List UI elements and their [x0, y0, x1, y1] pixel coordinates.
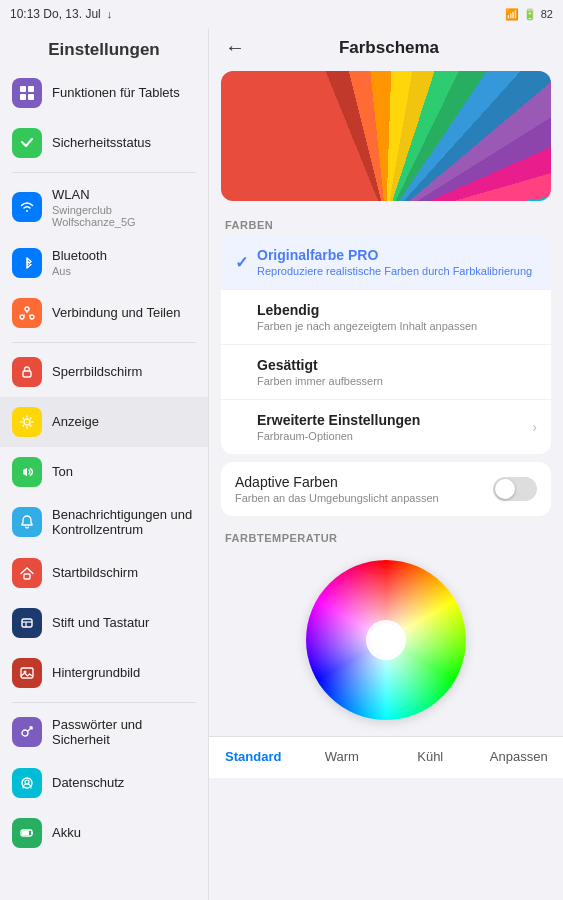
- right-panel-title: Farbschema: [255, 38, 523, 58]
- battery-icon: 🔋: [523, 8, 537, 21]
- funktionen-label: Funktionen für Tablets: [52, 85, 196, 101]
- verbindung-icon: [12, 298, 42, 328]
- tab-kuehl[interactable]: Kühl: [386, 745, 475, 768]
- adaptive-farben-row: Adaptive Farben Farben an das Umgebungsl…: [221, 462, 551, 516]
- akku-label: Akku: [52, 825, 196, 841]
- stift-icon: [12, 608, 42, 638]
- benachrichtigungen-icon: [12, 507, 42, 537]
- color-option-gesaettigt[interactable]: Gesättigt Farben immer aufbessern: [221, 345, 551, 400]
- sidebar-item-hintergrundbild[interactable]: Hintergrundbild: [0, 648, 208, 698]
- status-time: 10:13 Do, 13. Jul: [10, 7, 101, 21]
- startbildschirm-icon: [12, 558, 42, 588]
- sidebar-title: Einstellungen: [0, 28, 208, 68]
- sicherheitsstatus-icon: [12, 128, 42, 158]
- ton-icon: [12, 457, 42, 487]
- sicherheitsstatus-label: Sicherheitsstatus: [52, 135, 196, 151]
- right-panel: ← Farbschema FARBEN ✓ Originalfarbe PRO …: [209, 0, 563, 900]
- svg-point-5: [20, 315, 24, 319]
- sidebar-item-funktionen[interactable]: Funktionen für Tablets: [0, 68, 208, 118]
- bluetooth-sublabel: Aus: [52, 265, 196, 277]
- color-option-erweitert[interactable]: Erweiterte Einstellungen Farbraum-Option…: [221, 400, 551, 454]
- erweitert-label: Erweiterte Einstellungen: [257, 412, 532, 428]
- tab-standard[interactable]: Standard: [209, 745, 298, 768]
- color-option-originalfarbe[interactable]: ✓ Originalfarbe PRO Reproduziere realist…: [221, 235, 551, 290]
- color-wheel-center: [366, 620, 406, 660]
- svg-rect-1: [28, 86, 34, 92]
- ton-label: Ton: [52, 464, 196, 480]
- anzeige-icon: [12, 407, 42, 437]
- back-button[interactable]: ←: [225, 36, 245, 59]
- sidebar-item-sicherheitsstatus[interactable]: Sicherheitsstatus: [0, 118, 208, 168]
- hintergrundbild-label: Hintergrundbild: [52, 665, 196, 681]
- svg-rect-10: [24, 574, 30, 579]
- svg-rect-3: [28, 94, 34, 100]
- sidebar-item-anzeige[interactable]: Anzeige: [0, 397, 208, 447]
- wifi-icon: 📶: [505, 8, 519, 21]
- color-wheel[interactable]: [306, 560, 466, 720]
- status-bar: 10:13 Do, 13. Jul ↓ 📶 🔋 82: [0, 0, 563, 28]
- datenschutz-icon: [12, 768, 42, 798]
- sidebar-item-verbindung[interactable]: Verbindung und Teilen: [0, 288, 208, 338]
- svg-point-6: [30, 315, 34, 319]
- hero-image: [221, 71, 551, 201]
- sidebar-item-stift[interactable]: Stift und Tastatur: [0, 598, 208, 648]
- lebendig-desc: Farben je nach angezeigtem Inhalt anpass…: [257, 320, 537, 332]
- download-icon: ↓: [107, 8, 113, 20]
- sidebar-item-akku[interactable]: Akku: [0, 808, 208, 858]
- funktionen-icon: [12, 78, 42, 108]
- color-option-lebendig[interactable]: Lebendig Farben je nach angezeigtem Inha…: [221, 290, 551, 345]
- sidebar-item-datenschutz[interactable]: Datenschutz: [0, 758, 208, 808]
- sperrbildschirm-label: Sperrbildschirm: [52, 364, 196, 380]
- pencil-fan: [221, 71, 551, 201]
- svg-rect-2: [20, 94, 26, 100]
- separator-1: [12, 172, 196, 173]
- sidebar-item-startbildschirm[interactable]: Startbildschirm: [0, 548, 208, 598]
- sidebar-item-ton[interactable]: Ton: [0, 447, 208, 497]
- passwoerter-label: Passwörter und Sicherheit: [52, 717, 196, 748]
- sidebar-item-wlan[interactable]: WLAN SwingerclubWolfschanze_5G: [0, 177, 208, 238]
- sperrbildschirm-icon: [12, 357, 42, 387]
- wlan-label: WLAN: [52, 187, 196, 203]
- farbtemp-section-label: FARBTEMPERATUR: [209, 528, 563, 552]
- verbindung-label: Verbindung und Teilen: [52, 305, 196, 321]
- toggle-knob: [495, 479, 515, 499]
- svg-point-8: [24, 419, 30, 425]
- stift-label: Stift und Tastatur: [52, 615, 196, 631]
- svg-rect-18: [22, 831, 29, 835]
- hintergrundbild-icon: [12, 658, 42, 688]
- separator-2: [12, 342, 196, 343]
- benachrichtigungen-label: Benachrichtigungen und Kontrollzentrum: [52, 507, 196, 538]
- akku-icon: [12, 818, 42, 848]
- passwoerter-icon: [12, 717, 42, 747]
- erweitert-desc: Farbraum-Optionen: [257, 430, 532, 442]
- check-originalfarbe-icon: ✓: [235, 253, 257, 272]
- lebendig-label: Lebendig: [257, 302, 537, 318]
- tab-warm[interactable]: Warm: [298, 745, 387, 768]
- adaptive-desc: Farben an das Umgebungslicht anpassen: [235, 492, 493, 504]
- sidebar-item-bluetooth[interactable]: Bluetooth Aus: [0, 238, 208, 288]
- right-header: ← Farbschema: [209, 28, 563, 67]
- settings-sidebar: Einstellungen Funktionen für Tablets Sic…: [0, 0, 209, 900]
- svg-rect-0: [20, 86, 26, 92]
- sidebar-item-sperrbildschirm[interactable]: Sperrbildschirm: [0, 347, 208, 397]
- color-wheel-container: [209, 552, 563, 736]
- tab-anpassen[interactable]: Anpassen: [475, 745, 564, 768]
- wlan-icon: [12, 192, 42, 222]
- sidebar-item-benachrichtigungen[interactable]: Benachrichtigungen und Kontrollzentrum: [0, 497, 208, 548]
- bottom-tabs: Standard Warm Kühl Anpassen: [209, 736, 563, 778]
- svg-point-4: [25, 307, 29, 311]
- sidebar-item-passwoerter[interactable]: Passwörter und Sicherheit: [0, 707, 208, 758]
- anzeige-label: Anzeige: [52, 414, 196, 430]
- gesaettigt-label: Gesättigt: [257, 357, 537, 373]
- startbildschirm-label: Startbildschirm: [52, 565, 196, 581]
- erweitert-chevron-icon: ›: [532, 419, 537, 435]
- separator-3: [12, 702, 196, 703]
- originalfarbe-desc: Reproduziere realistische Farben durch F…: [257, 265, 537, 277]
- adaptive-label: Adaptive Farben: [235, 474, 493, 490]
- datenschutz-label: Datenschutz: [52, 775, 196, 791]
- bluetooth-icon: [12, 248, 42, 278]
- farben-section-label: FARBEN: [209, 213, 563, 235]
- adaptive-toggle[interactable]: [493, 477, 537, 501]
- svg-rect-7: [23, 371, 31, 377]
- originalfarbe-label: Originalfarbe PRO: [257, 247, 537, 263]
